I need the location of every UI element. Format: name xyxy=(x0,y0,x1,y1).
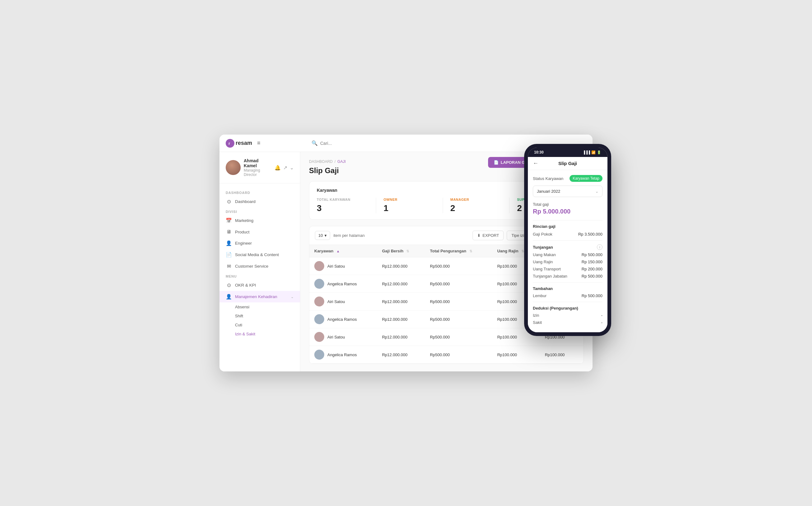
sidebar-item-dashboard[interactable]: ⊙ Dashboard xyxy=(220,196,300,207)
per-page-select[interactable]: 10 ▾ xyxy=(315,231,330,240)
cell-gaji-bersih-0: Rp12.000.000 xyxy=(377,257,425,275)
phone-dropdown-chevron-icon: ⌄ xyxy=(595,189,598,194)
cell-total-pengurangan-3: Rp500.000 xyxy=(425,311,492,328)
phone-rincian-header: Rincian gaji xyxy=(533,224,602,229)
cell-total-pengurangan-4: Rp500.000 xyxy=(425,328,492,346)
sidebar-item-marketing[interactable]: 📅 Marketing xyxy=(220,215,300,226)
sidebar-sub-cuti[interactable]: Cuti xyxy=(220,321,300,329)
sidebar-sub-shift[interactable]: Shift xyxy=(220,312,300,321)
phone-uang-transport-label: Uang Transport xyxy=(533,267,561,271)
product-label: Product xyxy=(235,230,294,234)
phone-info-icon[interactable]: i xyxy=(597,244,602,250)
phone-uang-rajin-value: Rp 150.000 xyxy=(582,260,602,264)
phone-header-title: Slip Gaji xyxy=(558,161,577,166)
customer-service-label: Customer Service xyxy=(235,264,294,268)
phone-mockup: 10:30 ▐▐▐ 📶 🔋 ← Slip Gaji Status Karyawa… xyxy=(524,144,611,336)
phone-back-button[interactable]: ← xyxy=(533,160,539,167)
hamburger-button[interactable]: ≡ xyxy=(256,139,262,148)
customer-service-icon: ✉ xyxy=(226,263,232,269)
breadcrumb-separator: / xyxy=(334,159,335,164)
phone-sakit-label: Sakit xyxy=(533,320,542,325)
phone-sakit-row: Sakit - xyxy=(533,320,602,325)
phone-uang-rajin-row: Uang Rajin Rp 150.000 xyxy=(533,260,602,264)
menu-section-label: MENU xyxy=(220,272,300,279)
stat-total-karyawan: TOTAL KARYAWAN 3 xyxy=(317,198,376,213)
logout-icon[interactable]: ↗ xyxy=(283,165,287,171)
engineer-label: Engineer xyxy=(235,241,294,246)
dashboard-label: Dashboard xyxy=(235,199,294,204)
cell-gaji-bersih-1: Rp12.000.000 xyxy=(377,275,425,293)
engineer-icon: 👤 xyxy=(226,240,232,246)
phone-uang-makan-label: Uang Makan xyxy=(533,252,556,257)
dashboard-section-label: DASHBOARD xyxy=(220,188,300,196)
manajemen-kehadiran-label: Manajemen Kehadiran xyxy=(235,294,288,299)
export-button[interactable]: ⬇ EXPORT xyxy=(473,231,504,240)
employee-avatar-0 xyxy=(314,261,324,271)
cell-gaji-bersih-2: Rp12.000.000 xyxy=(377,293,425,311)
total-karyawan-value: 3 xyxy=(317,203,369,213)
employee-avatar-4 xyxy=(314,332,324,342)
chevron-down-icon[interactable]: ⌄ xyxy=(290,165,294,171)
cell-karyawan-4: Airi Satou xyxy=(309,328,377,346)
employee-name-1: Angelica Ramos xyxy=(327,281,357,286)
phone-gaji-pokok-row: Gaji Pokok Rp 3.500.000 xyxy=(533,232,602,237)
okr-kpi-label: OKR & KPI xyxy=(235,283,294,287)
phone-uang-transport-value: Rp 200.000 xyxy=(582,267,602,271)
employee-avatar-2 xyxy=(314,297,324,307)
phone-uang-makan-value: Rp 500.000 xyxy=(582,252,602,257)
col-karyawan[interactable]: Karyawan ▲ xyxy=(309,245,377,257)
stat-owner: OWNER 1 xyxy=(376,198,443,213)
breadcrumb-parent: DASHBOARD xyxy=(309,159,333,164)
phone-lembur-label: Lembur xyxy=(533,293,547,298)
phone-gaji-pokok-value: Rp 3.500.000 xyxy=(578,232,602,237)
export-icon: ⬇ xyxy=(477,233,481,238)
col-total-pengurangan[interactable]: Total Pengurangan ⇅ xyxy=(425,245,492,257)
product-icon: 🖥 xyxy=(226,229,232,235)
sidebar-sub-izin-sakit[interactable]: Izin & Sakit xyxy=(220,329,300,338)
sidebar-item-social-media[interactable]: 📄 Social Media & Content xyxy=(220,249,300,260)
cell-gaji-bersih-5: Rp12.000.000 xyxy=(377,346,425,364)
cell-karyawan-5: Angelica Ramos xyxy=(309,346,377,364)
employee-avatar-1 xyxy=(314,279,324,289)
svg-text:r: r xyxy=(229,141,230,146)
user-profile: Ahmad Kamel Managing Director 🔔 ↗ ⌄ xyxy=(220,158,300,183)
cell-uang-makan-5: Rp100.000 xyxy=(540,346,583,364)
marketing-icon: 📅 xyxy=(226,218,232,224)
user-name: Ahmad Kamel xyxy=(244,158,271,168)
phone-uang-makan-row: Uang Makan Rp 500.000 xyxy=(533,252,602,257)
phone-content: Status Karyawan Karyawan Tetap Januari 2… xyxy=(528,170,607,332)
phone-lembur-row: Lembur Rp 500.000 xyxy=(533,293,602,298)
phone-header: ← Slip Gaji xyxy=(528,157,607,170)
logo-area: r resam ≡ xyxy=(226,139,307,148)
phone-izin-value: - xyxy=(601,313,602,318)
social-media-label: Social Media & Content xyxy=(235,252,294,257)
table-row: Angelica Ramos Rp12.000.000 Rp500.000 Rp… xyxy=(309,346,583,364)
cell-gaji-bersih-4: Rp12.000.000 xyxy=(377,328,425,346)
cell-total-pengurangan-1: Rp500.000 xyxy=(425,275,492,293)
sidebar: Ahmad Kamel Managing Director 🔔 ↗ ⌄ DASH… xyxy=(220,152,300,371)
sidebar-item-manajemen-kehadiran[interactable]: 👤 Manajemen Kehadiran ⌄ xyxy=(220,291,300,303)
phone-screen: 10:30 ▐▐▐ 📶 🔋 ← Slip Gaji Status Karyawa… xyxy=(528,148,607,332)
phone-tunjangan-title: Tunjangan xyxy=(533,245,553,250)
cell-karyawan-3: Angelica Ramos xyxy=(309,311,377,328)
avatar xyxy=(226,160,241,175)
divisi-section-label: DIVISI xyxy=(220,207,300,215)
sidebar-item-product[interactable]: 🖥 Product xyxy=(220,226,300,238)
phone-month-dropdown[interactable]: Januari 2022 ⌄ xyxy=(533,185,602,197)
battery-icon: 🔋 xyxy=(597,151,601,155)
phone-gaji-pokok-label: Gaji Pokok xyxy=(533,232,552,237)
sidebar-item-customer-service[interactable]: ✉ Customer Service xyxy=(220,260,300,272)
notification-icon[interactable]: 🔔 xyxy=(274,165,281,171)
dashboard-icon: ⊙ xyxy=(226,198,232,204)
phone-divider-4 xyxy=(533,302,602,302)
cell-total-pengurangan-2: Rp500.000 xyxy=(425,293,492,311)
phone-tunjangan-jabatan-value: Rp 500.000 xyxy=(582,274,602,278)
sidebar-item-engineer[interactable]: 👤 Engineer xyxy=(220,238,300,249)
sidebar-item-okr-kpi[interactable]: ⊙ OKR & KPI xyxy=(220,279,300,291)
phone-tambahan-title: Tambahan xyxy=(533,286,602,291)
sort-icon-gaji: ⇅ xyxy=(406,249,409,253)
sidebar-sub-absensi[interactable]: Absensi xyxy=(220,303,300,312)
col-gaji-bersih[interactable]: Gaji Bersih ⇅ xyxy=(377,245,425,257)
phone-lembur-value: Rp 500.000 xyxy=(582,293,602,298)
employee-name-5: Angelica Ramos xyxy=(327,352,357,357)
